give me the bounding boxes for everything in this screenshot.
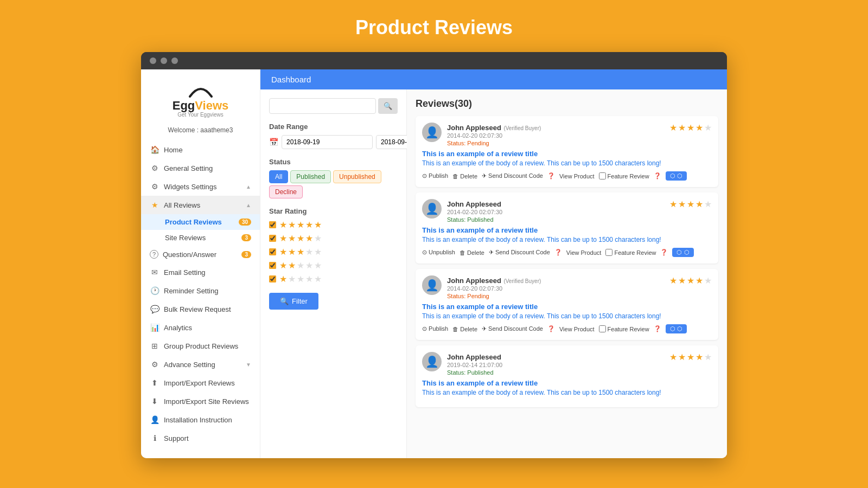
- send-discount-button-2[interactable]: ✈ Send Discount Code: [489, 249, 550, 256]
- sidebar-item-import-export-site-reviews[interactable]: ⬇ Import/Export Site Reviews: [141, 392, 260, 410]
- date-range-label: Date Range: [269, 123, 398, 131]
- sidebar-label-widgets-settings: Widgets Settings: [164, 183, 217, 191]
- review-date-1: 2014-02-20 02:07:30: [447, 132, 541, 139]
- sidebar-item-general-setting[interactable]: ⚙ General Setting: [141, 159, 260, 177]
- search-button[interactable]: 🔍: [378, 98, 398, 114]
- view-product-button-1[interactable]: View Product: [559, 173, 595, 179]
- main-content: Dashboard 🔍 Date Range 📅 Status: [260, 69, 727, 458]
- star-checkbox-3[interactable]: [269, 248, 276, 255]
- publish-button-3[interactable]: ⊙ Publish: [422, 325, 448, 332]
- sidebar-item-reminder-setting[interactable]: 🕐 Reminder Setting: [141, 281, 260, 300]
- publish-button-1[interactable]: ⊙ Publish: [422, 172, 448, 179]
- sidebar-item-question-answer[interactable]: ? Question/Answer 3: [141, 246, 260, 263]
- status-btn-all[interactable]: All: [269, 170, 288, 183]
- star-filled: ★: [279, 247, 287, 257]
- star-row-5: ★ ★ ★ ★ ★: [269, 220, 398, 230]
- star-checkbox-1[interactable]: [269, 275, 276, 282]
- star-checkbox-5[interactable]: [269, 221, 276, 228]
- clock-icon: 🕐: [150, 286, 159, 296]
- avatar-icon-1: 👤: [425, 126, 439, 139]
- help-icon-2: ❓: [654, 172, 661, 179]
- star-row-1: ★ ★ ★ ★ ★: [269, 274, 398, 284]
- review-card-2: 👤 John Appleseed 2014-02-20 02:07:30 Sta…: [416, 192, 718, 264]
- chevron-up-icon: ▲: [246, 184, 251, 190]
- sidebar-item-group-product-reviews[interactable]: ⊞ Group Product Reviews: [141, 337, 260, 355]
- review-status-1: Status: Pending: [447, 140, 541, 146]
- star-checkbox-4[interactable]: [269, 235, 276, 242]
- star-row-3: ★ ★ ★ ★ ★: [269, 247, 398, 257]
- star-filled: ★: [279, 220, 287, 230]
- review-title-3: This is an example of a review title: [422, 303, 712, 311]
- sidebar-label-import-export-reviews: Import/Export Reviews: [164, 379, 235, 387]
- sidebar-item-widgets-settings[interactable]: ⚙ Widgets Settings ▲: [141, 177, 260, 196]
- qa-badge: 3: [241, 251, 251, 258]
- date-row: 📅: [269, 135, 398, 149]
- sidebar-item-bulk-review[interactable]: 💬 Bulk Review Request: [141, 300, 260, 318]
- browser-dot-1: [150, 57, 156, 64]
- sidebar-label-installation-instruction: Installation Instruction: [164, 416, 232, 424]
- share-button-1[interactable]: ⬡ ⬡: [666, 171, 687, 181]
- chat-icon: 💬: [150, 304, 159, 314]
- avatar-2: 👤: [422, 199, 442, 219]
- share-button-3[interactable]: ⬡ ⬡: [666, 324, 687, 333]
- review-body-4: This is an example of the body of a revi…: [422, 389, 712, 396]
- sidebar-nav: 🏠 Home ⚙ General Setting ⚙ Widgets Setti…: [141, 140, 260, 447]
- sidebar-item-support[interactable]: ℹ Support: [141, 429, 260, 447]
- star-empty: ★: [305, 260, 313, 271]
- avatar-icon-2: 👤: [425, 202, 439, 215]
- feature-review-check-2[interactable]: Feature Review: [605, 249, 656, 256]
- sidebar-item-installation-instruction[interactable]: 👤 Installation Instruction: [141, 410, 260, 429]
- sidebar-item-analytics[interactable]: 📊 Analytics: [141, 318, 260, 337]
- status-label: Status: [269, 158, 398, 166]
- review-card-4: 👤 John Appleseed 2019-02-14 21:07:00 Sta…: [416, 345, 718, 407]
- browser-chrome: [141, 52, 727, 69]
- review-body-2: This is an example of the body of a revi…: [422, 236, 712, 243]
- help-icon-4: ❓: [660, 249, 668, 256]
- gear-icon-1: ⚙: [150, 163, 159, 173]
- status-buttons: All Published Unpublished Decline: [269, 170, 398, 198]
- status-btn-published[interactable]: Published: [290, 170, 331, 183]
- chevron-down-icon: ▲: [246, 202, 251, 208]
- feature-review-check-3[interactable]: Feature Review: [599, 325, 649, 332]
- status-btn-unpublished[interactable]: Unpublished: [333, 170, 381, 183]
- sidebar-item-email-setting[interactable]: ✉ Email Setting: [141, 263, 260, 281]
- sidebar-subitem-site-reviews[interactable]: Site Reviews 3: [141, 230, 260, 246]
- share-button-2[interactable]: ⬡ ⬡: [672, 248, 693, 257]
- delete-button-1[interactable]: 🗑 Delete: [452, 173, 477, 179]
- avatar-1: 👤: [422, 123, 442, 142]
- view-product-button-3[interactable]: View Product: [559, 326, 595, 332]
- avatar-icon-4: 👤: [425, 355, 439, 368]
- page-title: Product Reviews: [355, 16, 513, 39]
- logo-egg: Egg: [173, 99, 195, 112]
- sidebar-label-advance-setting: Advance Setting: [164, 361, 215, 369]
- unpublish-button-2[interactable]: ⊙ Unpublish: [422, 249, 455, 256]
- sidebar-label-import-export-site-reviews: Import/Export Site Reviews: [164, 397, 249, 406]
- send-discount-button-3[interactable]: ✈ Send Discount Code: [482, 325, 543, 332]
- delete-button-2[interactable]: 🗑 Delete: [459, 249, 484, 256]
- download-icon: ⬇: [150, 396, 159, 406]
- date-from-input[interactable]: [282, 135, 373, 149]
- star-filled: ★: [297, 233, 304, 243]
- sidebar: EggViews Get Your Eggviews Welcome : aaa…: [141, 69, 260, 458]
- star-filled: ★: [279, 274, 287, 284]
- sidebar-subitem-product-reviews[interactable]: Product Reviews 30: [141, 214, 260, 230]
- delete-button-3[interactable]: 🗑 Delete: [452, 326, 477, 332]
- sidebar-item-all-reviews[interactable]: ★ All Reviews ▲: [141, 196, 260, 214]
- sidebar-item-advance-setting[interactable]: ⚙ Advance Setting ▼: [141, 355, 260, 374]
- filter-button[interactable]: 🔍 Filter: [269, 293, 318, 310]
- search-input[interactable]: [269, 98, 376, 114]
- logo-views: Views: [195, 99, 228, 112]
- star-checkbox-2[interactable]: [269, 262, 276, 269]
- sidebar-item-home[interactable]: 🏠 Home: [141, 140, 260, 159]
- star-empty: ★: [314, 260, 322, 271]
- sidebar-item-import-export-reviews[interactable]: ⬆ Import/Export Reviews: [141, 374, 260, 392]
- feature-review-check-1[interactable]: Feature Review: [599, 172, 649, 179]
- review-stars-4: ★★★★★: [669, 352, 712, 362]
- status-btn-decline[interactable]: Decline: [269, 185, 303, 198]
- dashboard-header: Dashboard: [260, 69, 727, 89]
- help-icon-1: ❓: [547, 172, 555, 179]
- send-discount-button-1[interactable]: ✈ Send Discount Code: [482, 172, 543, 179]
- review-body-1: This is an example of the body of a revi…: [422, 159, 712, 167]
- review-title-1: This is an example of a review title: [422, 150, 712, 158]
- view-product-button-2[interactable]: View Product: [566, 249, 602, 256]
